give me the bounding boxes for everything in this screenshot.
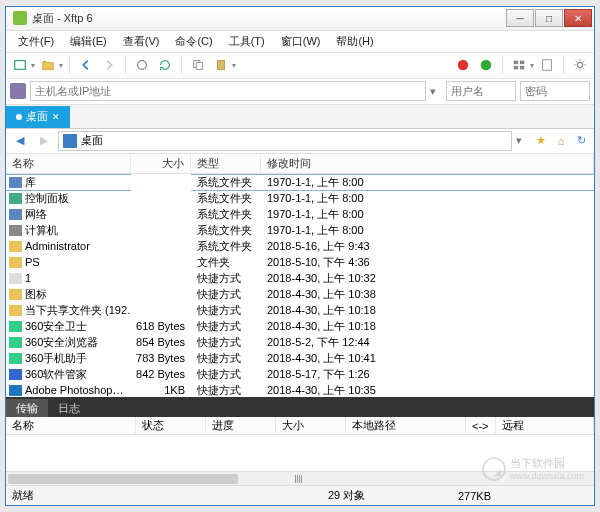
stop-button[interactable] (453, 55, 473, 75)
host-input[interactable] (30, 81, 426, 101)
transfer-tab[interactable]: 传输 (6, 399, 48, 417)
tcol-progress[interactable]: 进度 (206, 417, 276, 434)
menu-item[interactable]: 编辑(E) (62, 31, 115, 52)
address-bar: ▾ (6, 79, 594, 105)
username-input[interactable] (446, 81, 516, 101)
tcol-localpath[interactable]: 本地路径 (346, 417, 466, 434)
dropdown-icon[interactable]: ▾ (31, 61, 35, 70)
close-button[interactable]: ✕ (564, 9, 592, 27)
col-name[interactable]: 名称 (6, 154, 131, 173)
maximize-button[interactable]: □ (535, 9, 563, 27)
tcol-size[interactable]: 大小 (276, 417, 346, 434)
file-row[interactable]: 1快捷方式2018-4-30, 上午 10:32 (6, 270, 594, 286)
favorite-icon[interactable]: ★ (532, 132, 550, 150)
status-ready: 就绪 (12, 488, 328, 503)
settings-button[interactable] (570, 55, 590, 75)
dropdown-icon[interactable]: ▾ (59, 61, 63, 70)
back-button[interactable] (76, 55, 96, 75)
tcol-name[interactable]: 名称 (6, 417, 136, 434)
menu-item[interactable]: 查看(V) (115, 31, 168, 52)
path-text: 桌面 (81, 133, 103, 148)
svg-point-1 (138, 61, 147, 70)
dropdown-icon[interactable]: ▾ (530, 61, 534, 70)
svg-rect-4 (218, 61, 225, 70)
file-row[interactable]: 网络系统文件夹1970-1-1, 上午 8:00 (6, 206, 594, 222)
file-row[interactable]: Administrator系统文件夹2018-5-16, 上午 9:43 (6, 238, 594, 254)
reconnect-button[interactable] (132, 55, 152, 75)
statusbar: 就绪 29 对象 277KB (6, 485, 594, 505)
tcol-arrow[interactable]: <-> (466, 417, 496, 434)
file-row[interactable]: 图标快捷方式2018-4-30, 上午 10:38 (6, 286, 594, 302)
svg-rect-7 (514, 61, 518, 65)
desktop-icon (63, 134, 77, 148)
col-size[interactable]: 大小 (131, 154, 191, 173)
app-icon (13, 11, 27, 25)
minimize-button[interactable]: ─ (506, 9, 534, 27)
app-window: 桌面 - Xftp 6 ─ □ ✕ 文件(F)编辑(E)查看(V)命令(C)工具… (5, 6, 595, 506)
file-row[interactable]: 360安全卫士618 Bytes快捷方式2018-4-30, 上午 10:18 (6, 318, 594, 334)
properties-button[interactable] (537, 55, 557, 75)
file-row[interactable]: Adobe Photoshop…1KB快捷方式2018-4-30, 上午 10:… (6, 382, 594, 397)
file-row[interactable]: 计算机系统文件夹1970-1-1, 上午 8:00 (6, 222, 594, 238)
menu-item[interactable]: 命令(C) (167, 31, 220, 52)
tab-label: 桌面 (26, 109, 48, 124)
file-row[interactable]: 当下共享文件夹 (192…快捷方式2018-4-30, 上午 10:18 (6, 302, 594, 318)
svg-point-5 (458, 60, 469, 71)
tab-close-icon[interactable]: ✕ (52, 112, 60, 122)
horizontal-scrollbar[interactable] (6, 471, 594, 485)
new-session-button[interactable] (10, 55, 30, 75)
menubar: 文件(F)编辑(E)查看(V)命令(C)工具(T)窗口(W)帮助(H) (6, 31, 594, 53)
view-button[interactable] (509, 55, 529, 75)
file-row[interactable]: 控制面板系统文件夹1970-1-1, 上午 8:00 (6, 190, 594, 206)
window-title: 桌面 - Xftp 6 (32, 11, 505, 26)
paste-button[interactable] (211, 55, 231, 75)
record-button[interactable] (476, 55, 496, 75)
menu-item[interactable]: 文件(F) (10, 31, 62, 52)
transfer-body (6, 435, 594, 471)
titlebar: 桌面 - Xftp 6 ─ □ ✕ (6, 7, 594, 31)
transfer-header: 名称 状态 进度 大小 本地路径 <-> 远程 (6, 417, 594, 435)
nav-forward-button[interactable]: ▶ (34, 131, 54, 151)
tcol-status[interactable]: 状态 (136, 417, 206, 434)
file-row[interactable]: 360安全浏览器854 Bytes快捷方式2018-5-2, 下午 12:44 (6, 334, 594, 350)
svg-rect-3 (196, 63, 202, 70)
nav-back-button[interactable]: ◀ (10, 131, 30, 151)
session-tab-desktop[interactable]: 桌面 ✕ (6, 106, 70, 128)
menu-item[interactable]: 窗口(W) (273, 31, 329, 52)
copy-button[interactable] (188, 55, 208, 75)
log-tab[interactable]: 日志 (48, 399, 90, 417)
password-input[interactable] (520, 81, 590, 101)
file-row[interactable]: 360手机助手783 Bytes快捷方式2018-4-30, 上午 10:41 (6, 350, 594, 366)
menu-item[interactable]: 帮助(H) (328, 31, 381, 52)
refresh-icon[interactable]: ↻ (572, 132, 590, 150)
svg-rect-10 (520, 66, 524, 70)
host-icon (10, 83, 26, 99)
open-button[interactable] (38, 55, 58, 75)
tcol-remote[interactable]: 远程 (496, 417, 594, 434)
file-row[interactable]: 360软件管家842 Bytes快捷方式2018-5-17, 下午 1:26 (6, 366, 594, 382)
menu-item[interactable]: 工具(T) (221, 31, 273, 52)
status-size: 277KB (458, 490, 588, 502)
file-header: 名称 大小 类型 修改时间 (6, 154, 594, 174)
file-row[interactable]: 库系统文件夹1970-1-1, 上午 8:00 (6, 174, 594, 190)
path-navbar: ◀ ▶ 桌面 ▾ ★ ⌂ ↻ (6, 129, 594, 155)
file-list: 库系统文件夹1970-1-1, 上午 8:00控制面板系统文件夹1970-1-1… (6, 174, 594, 397)
file-row[interactable]: PS文件夹2018-5-10, 下午 4:36 (6, 254, 594, 270)
svg-rect-9 (514, 66, 518, 70)
svg-rect-8 (520, 61, 524, 65)
dropdown-icon[interactable]: ▾ (430, 85, 442, 98)
svg-rect-11 (543, 60, 552, 71)
col-date[interactable]: 修改时间 (261, 154, 594, 173)
scrollbar-thumb[interactable] (8, 474, 238, 484)
path-box[interactable]: 桌面 (58, 131, 512, 151)
dropdown-icon[interactable]: ▾ (516, 134, 528, 147)
refresh-button[interactable] (155, 55, 175, 75)
status-objects: 29 对象 (328, 488, 458, 503)
dropdown-icon[interactable]: ▾ (232, 61, 236, 70)
svg-rect-0 (15, 61, 26, 70)
home-icon[interactable]: ⌂ (552, 132, 570, 150)
forward-button[interactable] (99, 55, 119, 75)
toolbar: ▾ ▾ ▾ ▾ (6, 53, 594, 79)
col-type[interactable]: 类型 (191, 154, 261, 173)
transfer-tabs: 传输 日志 (6, 397, 594, 417)
